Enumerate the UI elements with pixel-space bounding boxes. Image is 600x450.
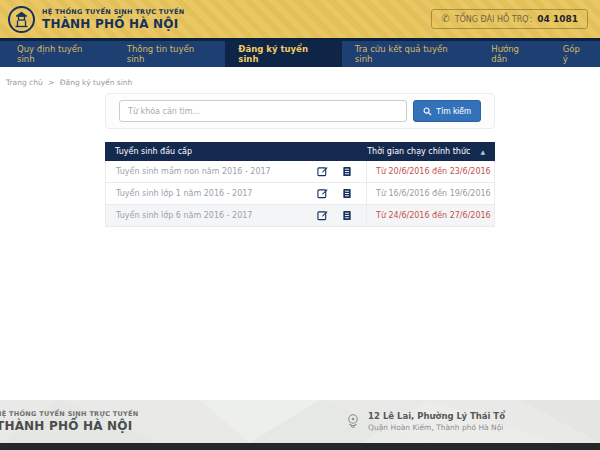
search-panel: Tìm kiếm: [105, 93, 495, 129]
enrollment-period: Từ 24/6/2016 đến 27/6/2016: [366, 205, 494, 226]
breadcrumb-home[interactable]: Trang chủ: [6, 78, 43, 87]
address-line1: 12 Lê Lai, Phường Lý Thái Tổ: [368, 411, 505, 421]
hotline-badge: ✆ TỔNG ĐÀI HỖ TRỢ: 04 1081: [431, 9, 588, 29]
footer-city-title: THÀNH PHỐ HÀ NỘI: [0, 419, 139, 433]
bottom-bar: [0, 443, 600, 450]
search-icon: [423, 107, 432, 116]
pavilion-icon: [13, 11, 30, 28]
nav-item-quy-dinh[interactable]: Quy định tuyển sinh: [4, 41, 114, 67]
document-icon[interactable]: [341, 188, 352, 199]
enrollment-period: Từ 16/6/2016 đến 19/6/2016: [366, 183, 494, 204]
col-header-name: Tuyển sinh đầu cấp: [115, 147, 367, 156]
enrollment-name[interactable]: Tuyển sinh lớp 1 năm 2016 - 2017: [106, 183, 317, 204]
table-row: Tuyển sinh lớp 6 năm 2016 - 2017: [105, 205, 495, 227]
nav-item-dang-ky[interactable]: Đăng ký tuyển sinh: [225, 41, 341, 67]
footer-address: 12 Lê Lai, Phường Lý Thái Tổ Quận Hoàn K…: [346, 411, 505, 432]
page: HỆ THỐNG TUYỂN SINH TRỰC TUYẾN THÀNH PHỐ…: [0, 0, 600, 450]
header-titles: HỆ THỐNG TUYỂN SINH TRỰC TUYẾN THÀNH PHỐ…: [42, 8, 185, 31]
footer-main: HỆ THỐNG TUYỂN SINH TRỰC TUYẾN THÀNH PHỐ…: [0, 400, 600, 443]
nav-item-tra-cuu[interactable]: Tra cứu kết quả tuyển sinh: [342, 41, 478, 67]
table-row: Tuyển sinh lớp 1 năm 2016 - 2017: [105, 183, 495, 205]
nav-item-thong-tin[interactable]: Thông tin tuyển sinh: [114, 41, 226, 67]
enrollment-table: Tuyển sinh đầu cấp Thời gian chạy chính …: [105, 142, 495, 227]
city-title: THÀNH PHỐ HÀ NỘI: [42, 17, 185, 31]
edit-icon[interactable]: [317, 210, 328, 221]
edit-icon[interactable]: [317, 166, 328, 177]
row-actions: [317, 183, 366, 204]
breadcrumb-separator: >: [48, 78, 54, 87]
table-header-row: Tuyển sinh đầu cấp Thời gian chạy chính …: [105, 142, 495, 161]
breadcrumb-current: Đăng ký tuyển sinh: [60, 78, 133, 87]
search-button[interactable]: Tìm kiếm: [413, 100, 481, 122]
search-button-label: Tìm kiếm: [436, 106, 471, 116]
table-row: Tuyển sinh mầm non năm 2016 - 2017: [105, 161, 495, 183]
edit-icon[interactable]: [317, 188, 328, 199]
header: HỆ THỐNG TUYỂN SINH TRỰC TUYẾN THÀNH PHỐ…: [0, 0, 600, 38]
footer-system-title: HỆ THỐNG TUYỂN SINH TRỰC TUYẾN: [0, 410, 139, 418]
sort-ascending-icon[interactable]: ▲: [480, 148, 485, 155]
search-input[interactable]: [119, 100, 407, 122]
system-title: HỆ THỐNG TUYỂN SINH TRỰC TUYẾN: [42, 8, 185, 16]
col-header-period-label: Thời gian chạy chính thức: [367, 147, 470, 156]
nav-item-huong-dan[interactable]: Hướng dẫn: [478, 41, 549, 67]
row-actions: [317, 205, 366, 226]
document-icon[interactable]: [341, 166, 352, 177]
footer-address-lines: 12 Lê Lai, Phường Lý Thái Tổ Quận Hoàn K…: [368, 411, 505, 432]
enrollment-name[interactable]: Tuyển sinh lớp 6 năm 2016 - 2017: [106, 205, 317, 226]
nav-item-gop-y[interactable]: Góp ý: [550, 41, 600, 67]
footer-titles: HỆ THỐNG TUYỂN SINH TRỰC TUYẾN THÀNH PHỐ…: [0, 410, 139, 433]
hanoi-logo-icon[interactable]: [8, 6, 35, 33]
address-line2: Quận Hoàn Kiếm, Thành phố Hà Nội: [368, 423, 505, 432]
enrollment-period: Từ 20/6/2016 đến 23/6/2016: [366, 161, 494, 182]
enrollment-name[interactable]: Tuyển sinh mầm non năm 2016 - 2017: [106, 161, 317, 182]
hotline-label: TỔNG ĐÀI HỖ TRỢ:: [455, 15, 533, 24]
map-pin-icon: [346, 413, 360, 430]
breadcrumb: Trang chủ > Đăng ký tuyển sinh: [6, 78, 600, 87]
row-actions: [317, 161, 366, 182]
phone-icon: ✆: [441, 14, 449, 24]
main-nav: Quy định tuyển sinh Thông tin tuyển sinh…: [0, 38, 600, 67]
hotline-number: 04 1081: [537, 14, 578, 24]
footer: HỆ THỐNG TUYỂN SINH TRỰC TUYẾN THÀNH PHỐ…: [0, 400, 600, 450]
document-icon[interactable]: [341, 210, 352, 221]
col-header-period[interactable]: Thời gian chạy chính thức ▲: [367, 147, 485, 156]
